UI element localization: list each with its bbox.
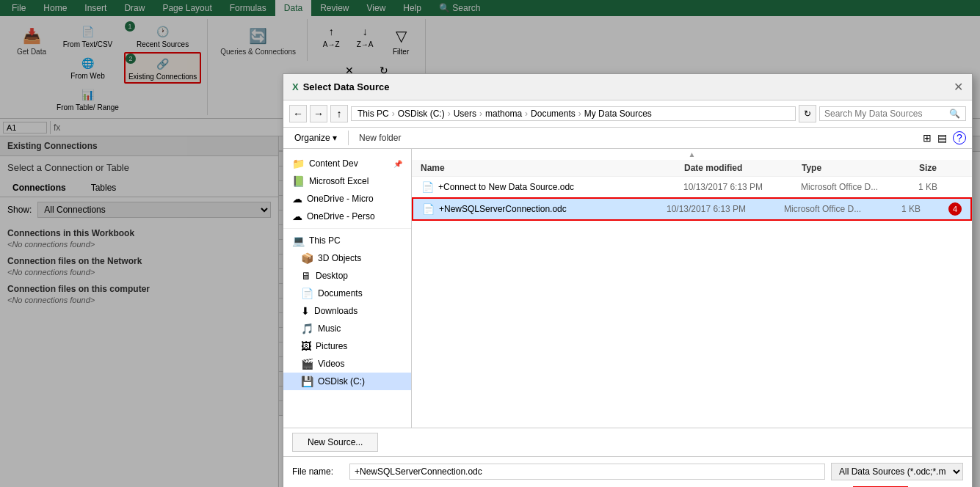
filename-row: File name: All Data Sources (*.odc;*.mdb…: [292, 463, 963, 480]
dialog-content: 📁 Content Dev 📌 📗 Microsoft Excel ☁ OneD…: [283, 149, 972, 428]
filetype-select[interactable]: All Data Sources (*.odc;*.mdb;* ▾: [831, 463, 963, 480]
path-documents: Documents: [531, 109, 576, 119]
dialog-close-button[interactable]: ✕: [954, 80, 963, 94]
nav-3d-objects[interactable]: 📦 3D Objects: [283, 249, 411, 267]
3d-objects-icon: 📦: [301, 252, 313, 264]
nav-videos[interactable]: 🎬 Videos: [283, 355, 411, 373]
filename-label: File name:: [292, 466, 344, 477]
nav-back-button[interactable]: ←: [289, 105, 307, 122]
content-dev-icon: 📁: [292, 158, 305, 169]
filename-input[interactable]: [349, 464, 825, 480]
music-icon: 🎵: [301, 323, 313, 334]
new-folder-button[interactable]: New folder: [355, 131, 405, 144]
col-type-header[interactable]: Type: [802, 163, 919, 173]
nav-pictures[interactable]: 🖼 Pictures: [283, 337, 411, 355]
search-box: 🔍: [819, 106, 966, 121]
search-input[interactable]: [824, 109, 949, 119]
file-row-new-sql-server[interactable]: 📄 +NewSQLServerConnection.odc 10/13/2017…: [412, 197, 972, 221]
nav-excel-label: Microsoft Excel: [309, 176, 369, 186]
nav-desktop[interactable]: 🖥 Desktop: [283, 267, 411, 285]
nav-onedrive-microsoft[interactable]: ☁ OneDrive - Micro: [283, 190, 411, 208]
file-name-new-sql: +NewSQLServerConnection.odc: [439, 204, 667, 214]
nav-3d-label: 3D Objects: [318, 253, 361, 263]
pin-icon: 📌: [393, 160, 402, 168]
excel-icon: X: [292, 81, 299, 92]
nav-forward-button[interactable]: →: [310, 105, 327, 122]
file-size-new-sql: 1 KB: [901, 204, 945, 214]
path-my-data-sources: My Data Sources: [584, 109, 652, 119]
file-row-connect-new[interactable]: 📄 +Connect to New Data Source.odc 10/13/…: [412, 177, 972, 197]
path-osdisk: OSDisk (C:): [398, 109, 445, 119]
new-source-bar: New Source...: [283, 428, 972, 456]
scroll-up-indicator: ▲: [412, 149, 972, 160]
dialog-toolbar: Organize ▾ New folder ⊞ ▤ ?: [283, 128, 972, 149]
downloads-icon: ⬇: [301, 305, 310, 317]
file-date-connect-new: 10/13/2017 6:13 PM: [683, 182, 801, 192]
search-icon: 🔍: [949, 109, 960, 119]
file-type-new-sql: Microsoft Office D...: [784, 204, 901, 214]
address-path: This PC › OSDisk (C:) › Users › mathoma …: [351, 106, 796, 121]
file-list: ▲ Name Date modified Type Size 📄 +Connec…: [412, 149, 972, 428]
desktop-icon: 🖥: [301, 270, 311, 282]
nav-onedrive-personal[interactable]: ☁ OneDrive - Perso: [283, 208, 411, 225]
videos-icon: 🎬: [301, 358, 313, 370]
step4-badge: 4: [948, 202, 962, 216]
path-users: Users: [454, 109, 476, 119]
path-user: mathoma: [485, 109, 522, 119]
nav-content-dev-label: Content Dev: [309, 158, 358, 169]
file-list-header: Name Date modified Type Size: [412, 160, 972, 177]
nav-this-pc[interactable]: 💻 This PC: [283, 232, 411, 249]
file-name-connect-new: +Connect to New Data Source.odc: [438, 182, 683, 192]
organize-button[interactable]: Organize ▾: [289, 131, 342, 145]
col-date-header[interactable]: Date modified: [684, 163, 802, 173]
dialog-titlebar: X Select Data Source ✕: [283, 74, 972, 100]
nav-music-label: Music: [318, 323, 341, 334]
nav-downloads-label: Downloads: [314, 306, 357, 316]
view-toggle-icon[interactable]: ▤: [937, 132, 947, 144]
help-icon[interactable]: ?: [953, 131, 966, 144]
file-icon-new-sql: 📄: [422, 203, 435, 215]
nav-documents-label: Documents: [318, 288, 363, 299]
dialog-bottom: File name: All Data Sources (*.odc;*.mdb…: [283, 456, 972, 487]
nav-onedrive-micro-label: OneDrive - Micro: [307, 194, 374, 204]
nav-osdisk[interactable]: 💾 OSDisk (C:): [283, 373, 411, 390]
nav-pictures-label: Pictures: [316, 341, 347, 351]
documents-icon: 📄: [301, 288, 313, 299]
excel-nav-icon: 📗: [292, 175, 305, 187]
file-date-new-sql: 10/13/2017 6:13 PM: [667, 204, 784, 214]
nav-downloads[interactable]: ⬇ Downloads: [283, 302, 411, 320]
osdisk-icon: 💾: [301, 376, 313, 387]
nav-microsoft-excel[interactable]: 📗 Microsoft Excel: [283, 172, 411, 190]
nav-this-pc-label: This PC: [309, 235, 341, 246]
dialog-addressbar: ← → ↑ This PC › OSDisk (C:) › Users › ma…: [283, 100, 972, 128]
nav-content-dev[interactable]: 📁 Content Dev 📌: [283, 155, 411, 172]
nav-desktop-label: Desktop: [316, 271, 348, 281]
nav-videos-label: Videos: [318, 359, 344, 369]
pictures-icon: 🖼: [301, 340, 311, 352]
path-this-pc: This PC: [357, 109, 389, 119]
this-pc-icon: 💻: [292, 235, 305, 246]
file-icon-connect-new: 📄: [421, 181, 434, 193]
dialog-nav: 📁 Content Dev 📌 📗 Microsoft Excel ☁ OneD…: [283, 149, 412, 428]
refresh-button[interactable]: ↻: [799, 105, 816, 122]
nav-up-button[interactable]: ↑: [330, 105, 348, 122]
new-source-button[interactable]: New Source...: [292, 433, 378, 452]
toolbar-separator: [348, 131, 349, 145]
nav-documents[interactable]: 📄 Documents: [283, 285, 411, 302]
onedrive-pers-icon: ☁: [292, 210, 302, 222]
nav-osdisk-label: OSDisk (C:): [318, 376, 365, 387]
nav-onedrive-pers-label: OneDrive - Perso: [307, 211, 375, 221]
select-data-source-dialog: X Select Data Source ✕ ← → ↑ This PC › O…: [283, 73, 973, 487]
file-type-connect-new: Microsoft Office D...: [801, 182, 918, 192]
file-size-connect-new: 1 KB: [918, 182, 962, 192]
dialog-title-text: X Select Data Source: [292, 81, 389, 92]
onedrive-micro-icon: ☁: [292, 193, 302, 205]
view-icon[interactable]: ⊞: [923, 132, 932, 144]
col-size-header[interactable]: Size: [919, 163, 963, 173]
col-name-header[interactable]: Name: [421, 163, 684, 173]
nav-music[interactable]: 🎵 Music: [283, 320, 411, 337]
